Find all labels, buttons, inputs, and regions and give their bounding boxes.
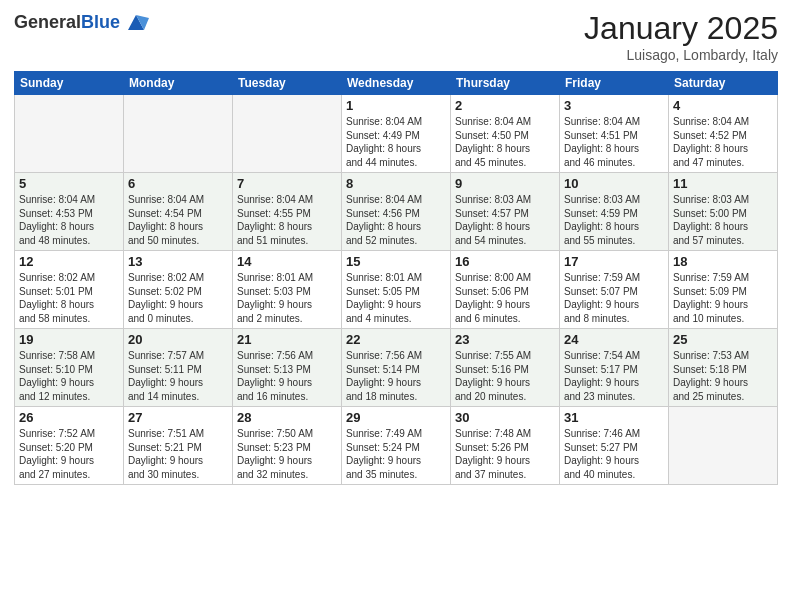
day-info: Sunrise: 7:58 AMSunset: 5:10 PMDaylight:… [19, 349, 119, 403]
day-number: 27 [128, 410, 228, 425]
col-saturday: Saturday [669, 72, 778, 95]
col-friday: Friday [560, 72, 669, 95]
day-info: Sunrise: 7:56 AMSunset: 5:14 PMDaylight:… [346, 349, 446, 403]
day-number: 22 [346, 332, 446, 347]
table-row: 7Sunrise: 8:04 AMSunset: 4:55 PMDaylight… [233, 173, 342, 251]
table-row: 10Sunrise: 8:03 AMSunset: 4:59 PMDayligh… [560, 173, 669, 251]
table-row: 29Sunrise: 7:49 AMSunset: 5:24 PMDayligh… [342, 407, 451, 485]
col-sunday: Sunday [15, 72, 124, 95]
col-thursday: Thursday [451, 72, 560, 95]
day-info: Sunrise: 8:01 AMSunset: 5:05 PMDaylight:… [346, 271, 446, 325]
table-row: 1Sunrise: 8:04 AMSunset: 4:49 PMDaylight… [342, 95, 451, 173]
table-row [669, 407, 778, 485]
table-row: 14Sunrise: 8:01 AMSunset: 5:03 PMDayligh… [233, 251, 342, 329]
month-title: January 2025 [584, 10, 778, 47]
day-number: 28 [237, 410, 337, 425]
table-row: 25Sunrise: 7:53 AMSunset: 5:18 PMDayligh… [669, 329, 778, 407]
day-number: 18 [673, 254, 773, 269]
day-number: 9 [455, 176, 555, 191]
day-info: Sunrise: 7:54 AMSunset: 5:17 PMDaylight:… [564, 349, 664, 403]
day-number: 17 [564, 254, 664, 269]
table-row: 22Sunrise: 7:56 AMSunset: 5:14 PMDayligh… [342, 329, 451, 407]
col-tuesday: Tuesday [233, 72, 342, 95]
day-number: 11 [673, 176, 773, 191]
day-info: Sunrise: 8:03 AMSunset: 4:59 PMDaylight:… [564, 193, 664, 247]
calendar-week-row: 5Sunrise: 8:04 AMSunset: 4:53 PMDaylight… [15, 173, 778, 251]
calendar-week-row: 26Sunrise: 7:52 AMSunset: 5:20 PMDayligh… [15, 407, 778, 485]
table-row: 15Sunrise: 8:01 AMSunset: 5:05 PMDayligh… [342, 251, 451, 329]
page-container: GeneralBlue January 2025 Luisago, Lombar… [0, 0, 792, 612]
day-number: 13 [128, 254, 228, 269]
day-number: 29 [346, 410, 446, 425]
day-info: Sunrise: 7:46 AMSunset: 5:27 PMDaylight:… [564, 427, 664, 481]
day-info: Sunrise: 7:56 AMSunset: 5:13 PMDaylight:… [237, 349, 337, 403]
col-monday: Monday [124, 72, 233, 95]
day-number: 14 [237, 254, 337, 269]
table-row: 18Sunrise: 7:59 AMSunset: 5:09 PMDayligh… [669, 251, 778, 329]
day-number: 19 [19, 332, 119, 347]
day-info: Sunrise: 8:02 AMSunset: 5:01 PMDaylight:… [19, 271, 119, 325]
day-number: 16 [455, 254, 555, 269]
table-row [233, 95, 342, 173]
day-info: Sunrise: 8:04 AMSunset: 4:51 PMDaylight:… [564, 115, 664, 169]
day-info: Sunrise: 7:55 AMSunset: 5:16 PMDaylight:… [455, 349, 555, 403]
day-number: 23 [455, 332, 555, 347]
table-row: 4Sunrise: 8:04 AMSunset: 4:52 PMDaylight… [669, 95, 778, 173]
table-row: 2Sunrise: 8:04 AMSunset: 4:50 PMDaylight… [451, 95, 560, 173]
day-number: 1 [346, 98, 446, 113]
day-info: Sunrise: 8:04 AMSunset: 4:53 PMDaylight:… [19, 193, 119, 247]
day-number: 5 [19, 176, 119, 191]
day-info: Sunrise: 7:52 AMSunset: 5:20 PMDaylight:… [19, 427, 119, 481]
day-number: 31 [564, 410, 664, 425]
day-number: 21 [237, 332, 337, 347]
calendar-week-row: 12Sunrise: 8:02 AMSunset: 5:01 PMDayligh… [15, 251, 778, 329]
day-info: Sunrise: 7:51 AMSunset: 5:21 PMDaylight:… [128, 427, 228, 481]
day-info: Sunrise: 8:04 AMSunset: 4:55 PMDaylight:… [237, 193, 337, 247]
day-number: 15 [346, 254, 446, 269]
day-info: Sunrise: 8:04 AMSunset: 4:56 PMDaylight:… [346, 193, 446, 247]
logo-general-text: General [14, 12, 81, 32]
calendar-table: Sunday Monday Tuesday Wednesday Thursday… [14, 71, 778, 485]
table-row: 8Sunrise: 8:04 AMSunset: 4:56 PMDaylight… [342, 173, 451, 251]
table-row [124, 95, 233, 173]
day-info: Sunrise: 7:53 AMSunset: 5:18 PMDaylight:… [673, 349, 773, 403]
day-number: 25 [673, 332, 773, 347]
day-number: 2 [455, 98, 555, 113]
table-row: 20Sunrise: 7:57 AMSunset: 5:11 PMDayligh… [124, 329, 233, 407]
day-info: Sunrise: 7:59 AMSunset: 5:07 PMDaylight:… [564, 271, 664, 325]
day-info: Sunrise: 8:02 AMSunset: 5:02 PMDaylight:… [128, 271, 228, 325]
day-info: Sunrise: 8:03 AMSunset: 4:57 PMDaylight:… [455, 193, 555, 247]
table-row: 12Sunrise: 8:02 AMSunset: 5:01 PMDayligh… [15, 251, 124, 329]
table-row: 23Sunrise: 7:55 AMSunset: 5:16 PMDayligh… [451, 329, 560, 407]
day-info: Sunrise: 8:04 AMSunset: 4:49 PMDaylight:… [346, 115, 446, 169]
day-number: 3 [564, 98, 664, 113]
table-row: 27Sunrise: 7:51 AMSunset: 5:21 PMDayligh… [124, 407, 233, 485]
table-row: 3Sunrise: 8:04 AMSunset: 4:51 PMDaylight… [560, 95, 669, 173]
day-number: 7 [237, 176, 337, 191]
table-row: 5Sunrise: 8:04 AMSunset: 4:53 PMDaylight… [15, 173, 124, 251]
day-info: Sunrise: 8:03 AMSunset: 5:00 PMDaylight:… [673, 193, 773, 247]
logo-icon [123, 10, 149, 36]
table-row [15, 95, 124, 173]
table-row: 24Sunrise: 7:54 AMSunset: 5:17 PMDayligh… [560, 329, 669, 407]
table-row: 13Sunrise: 8:02 AMSunset: 5:02 PMDayligh… [124, 251, 233, 329]
day-info: Sunrise: 8:04 AMSunset: 4:50 PMDaylight:… [455, 115, 555, 169]
table-row: 30Sunrise: 7:48 AMSunset: 5:26 PMDayligh… [451, 407, 560, 485]
day-info: Sunrise: 7:59 AMSunset: 5:09 PMDaylight:… [673, 271, 773, 325]
logo: GeneralBlue [14, 10, 149, 36]
logo-blue-text: Blue [81, 12, 120, 32]
table-row: 19Sunrise: 7:58 AMSunset: 5:10 PMDayligh… [15, 329, 124, 407]
calendar-week-row: 19Sunrise: 7:58 AMSunset: 5:10 PMDayligh… [15, 329, 778, 407]
table-row: 16Sunrise: 8:00 AMSunset: 5:06 PMDayligh… [451, 251, 560, 329]
table-row: 11Sunrise: 8:03 AMSunset: 5:00 PMDayligh… [669, 173, 778, 251]
calendar-week-row: 1Sunrise: 8:04 AMSunset: 4:49 PMDaylight… [15, 95, 778, 173]
table-row: 31Sunrise: 7:46 AMSunset: 5:27 PMDayligh… [560, 407, 669, 485]
day-number: 4 [673, 98, 773, 113]
location: Luisago, Lombardy, Italy [584, 47, 778, 63]
header: GeneralBlue January 2025 Luisago, Lombar… [14, 10, 778, 63]
table-row: 17Sunrise: 7:59 AMSunset: 5:07 PMDayligh… [560, 251, 669, 329]
day-info: Sunrise: 7:48 AMSunset: 5:26 PMDaylight:… [455, 427, 555, 481]
table-row: 21Sunrise: 7:56 AMSunset: 5:13 PMDayligh… [233, 329, 342, 407]
day-number: 26 [19, 410, 119, 425]
day-info: Sunrise: 8:04 AMSunset: 4:52 PMDaylight:… [673, 115, 773, 169]
